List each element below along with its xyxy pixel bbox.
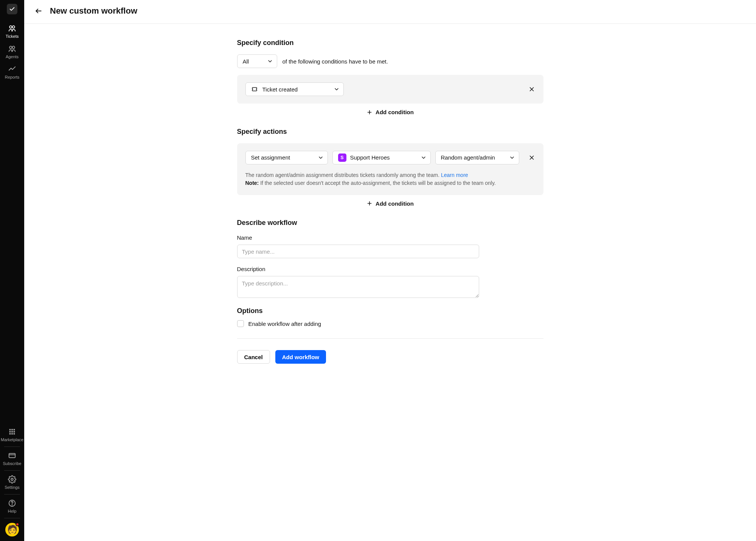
actions-title: Specify actions	[237, 128, 543, 136]
sidebar-label: Reports	[5, 75, 20, 79]
sidebar-label: Agents	[6, 54, 19, 59]
sidebar-item-settings[interactable]: Settings	[0, 472, 24, 493]
condition-type-value: Ticket created	[262, 86, 298, 93]
action-team-select[interactable]: S Support Heroes	[332, 151, 431, 164]
help-icon	[8, 499, 16, 507]
card-icon	[8, 451, 16, 460]
agents-icon	[8, 45, 16, 53]
add-action-button[interactable]: Add condition	[366, 200, 414, 207]
user-avatar[interactable]: 🧑	[5, 523, 19, 536]
enable-workflow-checkbox[interactable]	[237, 320, 244, 327]
users-icon	[8, 24, 16, 33]
sidebar-item-tickets[interactable]: Tickets	[0, 21, 24, 42]
remove-condition-button[interactable]	[528, 86, 535, 93]
cancel-button[interactable]: Cancel	[237, 350, 270, 364]
svg-rect-11	[11, 433, 13, 435]
ticket-icon	[251, 86, 258, 93]
sidebar-item-subscribe[interactable]: Subscribe	[0, 448, 24, 469]
svg-rect-5	[11, 429, 13, 431]
condition-scope-value: All	[243, 58, 249, 65]
chevron-down-icon	[267, 58, 273, 64]
chevron-down-icon	[318, 155, 324, 161]
svg-point-15	[11, 478, 13, 481]
close-icon	[528, 154, 535, 161]
divider	[237, 338, 543, 339]
sidebar-item-reports[interactable]: Reports	[0, 62, 24, 82]
condition-type-select[interactable]: Ticket created	[245, 82, 344, 96]
divider	[4, 446, 20, 447]
gear-icon	[8, 475, 16, 484]
action-type-value: Set assignment	[251, 154, 290, 161]
svg-point-2	[9, 46, 12, 48]
svg-rect-9	[14, 431, 15, 432]
description-input[interactable]	[237, 276, 479, 298]
action-row: Set assignment S Support Heroes Random a…	[237, 143, 543, 195]
add-condition-label: Add condition	[376, 109, 414, 115]
condition-scope-select[interactable]: All	[237, 54, 277, 68]
action-info-text: The random agent/admin assignment distri…	[245, 171, 535, 188]
back-button[interactable]	[35, 7, 42, 15]
svg-point-0	[9, 26, 12, 28]
svg-rect-13	[9, 454, 16, 458]
svg-rect-12	[14, 433, 15, 435]
app-logo[interactable]	[7, 4, 17, 14]
learn-more-link[interactable]: Learn more	[441, 172, 468, 178]
conditions-title: Specify condition	[237, 39, 543, 47]
svg-rect-10	[9, 433, 11, 435]
page-header: New custom workflow	[24, 0, 756, 24]
condition-suffix-text: of the following conditions have to be m…	[283, 58, 388, 65]
svg-rect-7	[9, 431, 11, 432]
svg-rect-4	[9, 429, 11, 431]
page-title: New custom workflow	[50, 6, 137, 16]
sidebar: Tickets Agents Reports Marketplace Subsc…	[0, 0, 24, 541]
action-type-select[interactable]: Set assignment	[245, 151, 328, 164]
condition-row: Ticket created	[237, 75, 543, 104]
action-team-value: Support Heroes	[350, 154, 390, 161]
svg-point-3	[12, 46, 14, 48]
add-workflow-button[interactable]: Add workflow	[275, 350, 326, 364]
options-title: Options	[237, 307, 543, 315]
divider	[4, 470, 20, 471]
chevron-down-icon	[421, 155, 427, 161]
sidebar-item-help[interactable]: Help	[0, 496, 24, 516]
sidebar-label: Settings	[5, 485, 20, 490]
sidebar-label: Subscribe	[3, 461, 22, 466]
sidebar-item-agents[interactable]: Agents	[0, 42, 24, 62]
plus-icon	[366, 109, 373, 115]
sidebar-label: Marketplace	[1, 437, 23, 442]
chart-icon	[8, 65, 16, 73]
divider	[4, 494, 20, 494]
description-label: Description	[237, 266, 543, 272]
remove-action-button[interactable]	[528, 154, 535, 161]
chevron-down-icon	[509, 155, 515, 161]
name-input[interactable]	[237, 245, 479, 258]
action-assignee-select[interactable]: Random agent/admin	[435, 151, 519, 164]
sidebar-item-marketplace[interactable]: Marketplace	[0, 425, 24, 445]
notification-badge	[16, 522, 19, 526]
add-condition-button[interactable]: Add condition	[366, 109, 414, 115]
name-label: Name	[237, 234, 543, 241]
chevron-down-icon	[334, 86, 340, 92]
arrow-left-icon	[35, 7, 42, 15]
plus-icon	[366, 200, 373, 206]
describe-title: Describe workflow	[237, 219, 543, 227]
grid-icon	[8, 428, 16, 436]
close-icon	[528, 86, 535, 93]
svg-rect-6	[14, 429, 15, 431]
enable-workflow-label: Enable workflow after adding	[248, 321, 321, 327]
svg-point-1	[12, 26, 14, 28]
add-action-label: Add condition	[376, 200, 414, 207]
sidebar-label: Tickets	[6, 34, 19, 39]
divider	[4, 518, 20, 518]
check-icon	[9, 6, 15, 12]
sidebar-label: Help	[8, 509, 17, 513]
svg-rect-8	[11, 431, 13, 432]
team-initial-badge: S	[338, 153, 346, 162]
action-assignee-value: Random agent/admin	[441, 154, 495, 161]
svg-point-17	[12, 505, 12, 505]
